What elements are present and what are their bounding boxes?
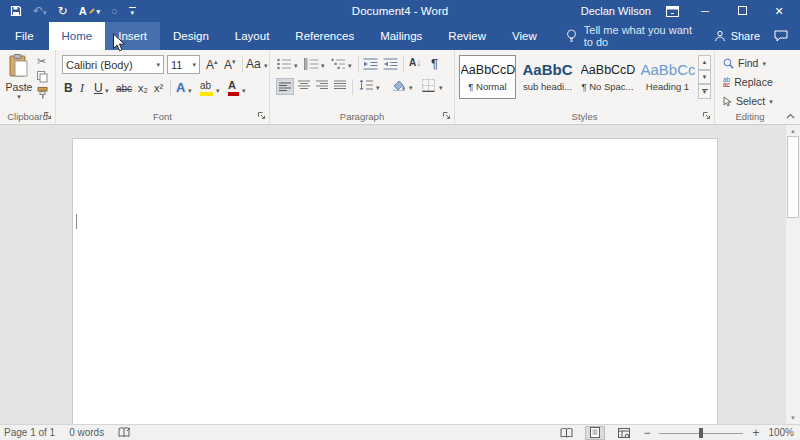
zoom-in-button[interactable]: + — [752, 426, 759, 440]
align-right-button[interactable] — [316, 80, 328, 90]
styles-group: AaBbCcDc ¶ Normal AaBbC sub headi... AaB… — [455, 50, 715, 124]
tab-design[interactable]: Design — [160, 22, 222, 50]
select-button[interactable]: Select▾ — [723, 93, 773, 109]
align-left-button[interactable] — [276, 78, 294, 95]
customize-quick-access-icon[interactable]: ▾ — [129, 7, 136, 16]
proofing-status-icon[interactable] — [118, 427, 131, 438]
subscript-button[interactable]: x₂ — [138, 82, 148, 94]
tab-file[interactable]: File — [0, 22, 49, 50]
change-case-button[interactable]: Aa ▾ — [246, 58, 268, 70]
bold-button[interactable]: B — [64, 81, 73, 95]
styles-gallery-scroll: ▲ ▼ ▼ — [698, 55, 711, 99]
highlight-dropdown-icon[interactable]: ▾ — [216, 87, 220, 94]
underline-dropdown-icon[interactable]: ▾ — [105, 87, 109, 94]
format-painter-icon[interactable] — [37, 87, 49, 99]
ribbon-display-options-icon[interactable] — [666, 6, 679, 17]
zoom-slider[interactable] — [659, 426, 743, 440]
borders-icon[interactable] — [422, 79, 435, 92]
text-effects-dropdown-icon[interactable]: ▾ — [188, 87, 192, 94]
word-count[interactable]: 0 words — [69, 427, 104, 438]
vertical-scrollbar[interactable]: ▲ ▼ — [785, 125, 800, 424]
read-mode-icon[interactable] — [556, 426, 576, 440]
collapse-ribbon-icon[interactable] — [786, 113, 795, 119]
web-layout-icon[interactable] — [614, 426, 634, 440]
styles-dialog-launcher-icon[interactable] — [703, 112, 711, 120]
font-dialog-launcher-icon[interactable] — [258, 112, 266, 120]
copy-icon[interactable] — [37, 71, 48, 83]
style-sub-heading[interactable]: AaBbC sub headi... — [519, 55, 576, 99]
styles-more-icon[interactable]: ▼ — [698, 84, 711, 99]
circle-icon: ○ — [111, 5, 118, 17]
tab-view[interactable]: View — [499, 22, 550, 50]
scroll-down-icon[interactable]: ▼ — [786, 412, 800, 424]
minimize-icon[interactable]: ─ — [694, 5, 716, 17]
increase-indent-icon[interactable] — [383, 58, 398, 70]
grow-font-button[interactable]: A▴ — [206, 58, 218, 71]
multilevel-list-dropdown-icon[interactable]: ▾ — [348, 62, 352, 69]
borders-dropdown-icon[interactable]: ▾ — [439, 84, 443, 91]
line-spacing-icon[interactable] — [359, 79, 373, 91]
sort-icon[interactable]: A↓ — [409, 57, 421, 68]
style-normal[interactable]: AaBbCcDc ¶ Normal — [459, 55, 516, 99]
strikethrough-button[interactable]: abc — [116, 83, 132, 94]
font-family-combobox[interactable]: Calibri (Body)▾ — [62, 55, 164, 74]
paste-button[interactable]: Paste ▾ — [3, 54, 35, 116]
format-icon[interactable]: A▾ — [79, 5, 100, 17]
superscript-button[interactable]: x² — [154, 82, 163, 94]
print-layout-icon[interactable] — [585, 426, 605, 440]
multilevel-list-icon[interactable] — [331, 58, 346, 70]
cut-icon[interactable]: ✂ — [37, 55, 46, 68]
shading-dropdown-icon[interactable]: ▾ — [409, 84, 413, 91]
highlight-button[interactable]: ab — [200, 80, 213, 96]
paste-dropdown-icon[interactable]: ▾ — [17, 93, 21, 100]
signed-in-user[interactable]: Declan Wilson — [581, 5, 651, 17]
font-color-button[interactable]: A — [228, 79, 239, 96]
tell-me-box[interactable]: Tell me what you want to do — [550, 22, 714, 50]
styles-scroll-up-icon[interactable]: ▲ — [698, 55, 711, 70]
justify-button[interactable] — [334, 80, 346, 90]
zoom-out-button[interactable]: − — [643, 426, 650, 440]
title-bar: ↶▾ ↻ A▾ ○ ▾ Document4 - Word Declan Wils… — [0, 0, 800, 22]
ribbon: Paste ▾ ✂ Clipboard Calibri (Body)▾ 11▾ — [0, 50, 800, 125]
zoom-slider-thumb[interactable] — [699, 428, 703, 438]
replace-button[interactable]: abac Replace — [723, 74, 773, 90]
redo-icon[interactable]: ↻ — [58, 4, 68, 18]
scrollbar-thumb[interactable] — [787, 136, 799, 218]
font-color-dropdown-icon[interactable]: ▾ — [242, 87, 246, 94]
numbered-list-icon[interactable] — [304, 58, 319, 70]
save-icon[interactable] — [10, 5, 22, 17]
style-heading1[interactable]: AaBbCc Heading 1 — [639, 55, 696, 99]
line-spacing-dropdown-icon[interactable]: ▾ — [376, 84, 380, 91]
tab-mailings[interactable]: Mailings — [367, 22, 435, 50]
shrink-font-button[interactable]: A▾ — [224, 58, 236, 71]
find-button[interactable]: Find▾ — [723, 55, 766, 71]
tab-layout[interactable]: Layout — [222, 22, 283, 50]
page-indicator[interactable]: Page 1 of 1 — [4, 427, 55, 438]
show-formatting-marks-icon[interactable]: ¶ — [431, 56, 438, 71]
style-no-spacing[interactable]: AaBbCcDc ¶ No Spac... — [579, 55, 636, 99]
paragraph-dialog-launcher-icon[interactable] — [443, 112, 451, 120]
align-center-button[interactable] — [298, 80, 310, 90]
maximize-icon[interactable] — [731, 5, 753, 17]
replace-icon: abac — [723, 77, 730, 87]
close-icon[interactable]: ✕ — [768, 5, 790, 18]
underline-button[interactable]: U — [94, 81, 103, 95]
text-effects-button[interactable]: A — [176, 80, 185, 95]
numbered-list-dropdown-icon[interactable]: ▾ — [321, 62, 325, 69]
bullet-list-icon[interactable] — [277, 58, 292, 70]
shading-icon[interactable] — [392, 79, 406, 91]
italic-button[interactable]: I — [80, 81, 84, 96]
tab-home[interactable]: Home — [49, 22, 106, 50]
zoom-level[interactable]: 100% — [768, 427, 794, 438]
clipboard-dialog-launcher-icon[interactable] — [44, 112, 52, 120]
undo-icon[interactable]: ↶▾ — [33, 4, 47, 18]
tab-review[interactable]: Review — [435, 22, 499, 50]
decrease-indent-icon[interactable] — [363, 58, 378, 70]
comments-icon[interactable] — [774, 30, 788, 42]
tab-references[interactable]: References — [282, 22, 367, 50]
document-page[interactable] — [72, 138, 718, 424]
share-button[interactable]: Share — [714, 30, 760, 42]
styles-scroll-down-icon[interactable]: ▼ — [698, 70, 711, 85]
bullet-list-dropdown-icon[interactable]: ▾ — [294, 62, 298, 69]
font-size-combobox[interactable]: 11▾ — [167, 55, 200, 74]
